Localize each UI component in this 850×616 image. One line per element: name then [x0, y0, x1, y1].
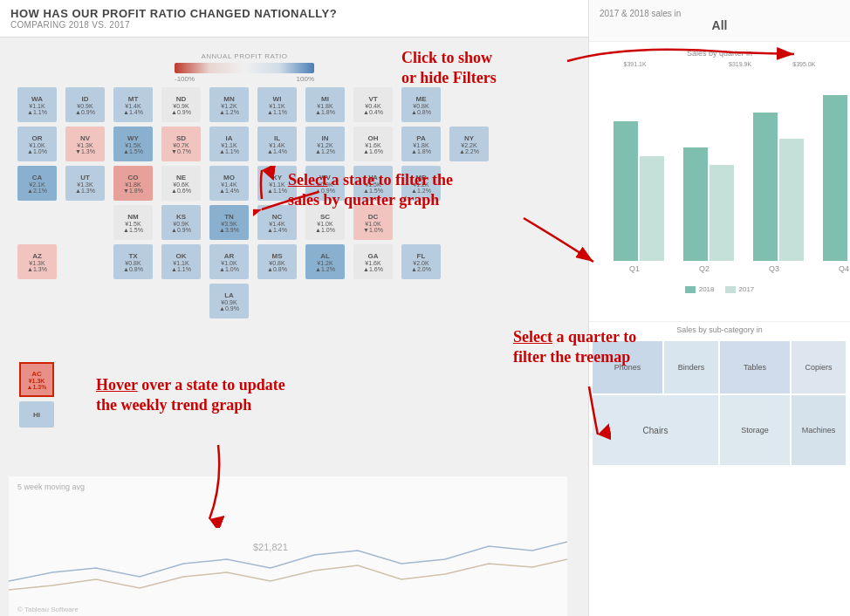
legend-gradient-bar — [175, 63, 314, 73]
bar-q3-2017[interactable] — [779, 139, 804, 261]
state-ms[interactable]: MS¥0.8K▲0.8% — [257, 244, 297, 279]
state-la[interactable]: LA¥0.9K▲0.9% — [209, 284, 249, 318]
state-az[interactable]: AZ¥1.3K▲1.3% — [17, 244, 57, 279]
state-ar[interactable]: AR¥1.0K▲1.0% — [209, 244, 249, 279]
state-ny[interactable]: NY¥2.2K▲2.2% — [449, 127, 489, 161]
q4-label: Q4 — [839, 264, 849, 273]
treemap-title: Sales by sub-category in — [589, 322, 850, 338]
legend-2017-label: 2017 — [739, 285, 755, 293]
treemap-grid: Phones Binders Tables Copiers Chairs Sto… — [589, 338, 850, 469]
state-ky[interactable]: KY¥1.1K▲1.1% — [257, 166, 297, 201]
state-mt[interactable]: MT¥1.4K▲1.4% — [113, 87, 153, 122]
bar-q2-2017[interactable] — [709, 165, 734, 261]
legend-2017 — [725, 286, 736, 293]
state-dc[interactable]: DC¥1.0K▼1.0% — [353, 205, 393, 240]
q3-label: Q3 — [769, 264, 779, 273]
state-co[interactable]: CO¥1.8K▼1.8% — [113, 166, 153, 201]
state-ks[interactable]: KS¥0.9K▲0.9% — [161, 205, 201, 240]
right-panel: 2017 & 2018 sales in All Sales by quarte… — [588, 0, 850, 616]
state-ga[interactable]: GA¥1.6K▲1.6% — [353, 244, 393, 279]
state-mi[interactable]: MI¥1.8K▲1.8% — [305, 87, 345, 122]
trend-chart-svg: 5 week moving avg $21,821 © Tableau Soft… — [9, 476, 567, 616]
state-tx[interactable]: TX¥0.8K▲0.8% — [113, 244, 153, 279]
state-ok[interactable]: OK¥1.1K▲1.1% — [161, 244, 201, 279]
treemap-chairs[interactable]: Chairs — [593, 395, 718, 465]
us-map-container: WA¥1.1K▲1.1% ID¥0.9K▲0.9% MT¥1.4K▲1.4% N… — [9, 79, 567, 462]
legend-title: ANNUAL PROFIT RATIO — [201, 52, 287, 60]
selected-state-tile[interactable]: AC ¥1.3K ▲1.3% — [19, 362, 54, 397]
state-wi[interactable]: WI¥1.1K▲1.1% — [257, 87, 297, 122]
state-va[interactable]: VA¥1.5K▲1.5% — [353, 166, 393, 201]
state-wa[interactable]: WA¥1.1K▲1.1% — [17, 87, 57, 122]
state-or[interactable]: OR¥1.0K▲1.0% — [17, 127, 57, 161]
legend-2018 — [685, 286, 696, 293]
state-hi[interactable]: HI — [19, 401, 54, 428]
svg-text:5 week moving avg: 5 week moving avg — [17, 483, 85, 491]
state-ca[interactable]: CA¥2.1K▲2.1% — [17, 166, 57, 201]
svg-text:© Tableau Software: © Tableau Software — [17, 606, 79, 613]
legend-2018-label: 2018 — [699, 285, 715, 293]
treemap-phones[interactable]: Phones — [593, 341, 662, 394]
state-al[interactable]: AL¥1.2K▲1.2% — [305, 244, 345, 279]
state-me[interactable]: ME¥0.8K▲0.8% — [401, 87, 441, 122]
state-pa[interactable]: PA¥1.8K▲1.8% — [401, 127, 441, 161]
state-nm[interactable]: NM¥1.5K▲1.5% — [113, 205, 153, 240]
bar-q1-2017[interactable] — [640, 156, 664, 261]
state-id[interactable]: ID¥0.9K▲0.9% — [65, 87, 105, 122]
sales-filter-header: 2017 & 2018 sales in All — [589, 0, 850, 42]
state-sc[interactable]: SC¥1.0K▲1.0% — [305, 205, 345, 240]
state-in[interactable]: IN¥1.2K▲1.2% — [305, 127, 345, 161]
bar-q4-2018[interactable] — [823, 95, 847, 261]
treemap-copiers[interactable]: Copiers — [792, 341, 846, 394]
state-wv[interactable]: WV¥0.9K▲0.9% — [305, 166, 345, 201]
state-sd[interactable]: SD¥0.7K▼0.7% — [161, 127, 201, 161]
state-mo[interactable]: MO¥1.4K▲1.4% — [209, 166, 249, 201]
state-mn[interactable]: MN¥1.2K▲1.2% — [209, 87, 249, 122]
state-ut[interactable]: UT¥1.3K▲1.3% — [65, 166, 105, 201]
state-nd[interactable]: ND¥0.9K▲0.9% — [161, 87, 201, 122]
q1-label: Q1 — [629, 264, 640, 273]
svg-rect-0 — [9, 476, 567, 616]
state-ne[interactable]: NE¥0.6K▲0.6% — [161, 166, 201, 201]
treemap-tables[interactable]: Tables — [720, 341, 790, 394]
filter-label: 2017 & 2018 sales in — [600, 9, 840, 18]
bar-chart-title: Sales by quarter in — [596, 49, 843, 58]
q2-label: Q2 — [699, 264, 709, 273]
bar-value-labels: $391.1K $319.9K $395.0K — [596, 61, 843, 67]
treemap-machines[interactable]: Machines — [792, 395, 846, 465]
state-il[interactable]: IL¥1.4K▲1.4% — [257, 127, 297, 161]
state-tn[interactable]: TN¥3.9K▲3.9% — [209, 205, 249, 240]
state-vt[interactable]: VT¥0.4K▲0.4% — [353, 87, 393, 122]
state-ia[interactable]: IA¥1.1K▲1.1% — [209, 127, 249, 161]
treemap-section: Sales by sub-category in Phones Binders … — [589, 321, 850, 469]
state-nc[interactable]: NC¥1.4K▲1.4% — [257, 205, 297, 240]
svg-text:$21,821: $21,821 — [253, 542, 288, 552]
bar-chart-container: Sales by quarter in $391.1K $319.9K $395… — [589, 42, 850, 321]
state-nv[interactable]: NV¥1.3K▼1.3% — [65, 127, 105, 161]
treemap-binders[interactable]: Binders — [664, 341, 718, 394]
bar-q2-2018[interactable] — [683, 147, 708, 261]
all-label[interactable]: All — [600, 18, 840, 32]
state-wy[interactable]: WY¥1.5K▲1.5% — [113, 127, 153, 161]
bar-q3-2018[interactable] — [753, 113, 778, 261]
bar-chart-svg: Q1 Q2 Q3 Q4 — [605, 69, 849, 278]
state-fl[interactable]: FL¥2.0K▲2.0% — [401, 244, 441, 279]
state-oh[interactable]: OH¥1.6K▲1.6% — [353, 127, 393, 161]
bar-q1-2018[interactable] — [614, 121, 638, 261]
treemap-storage[interactable]: Storage — [720, 395, 790, 465]
chart-legend: 2018 2017 — [596, 285, 843, 293]
state-md[interactable]: MD¥1.2K▲1.2% — [401, 166, 441, 201]
